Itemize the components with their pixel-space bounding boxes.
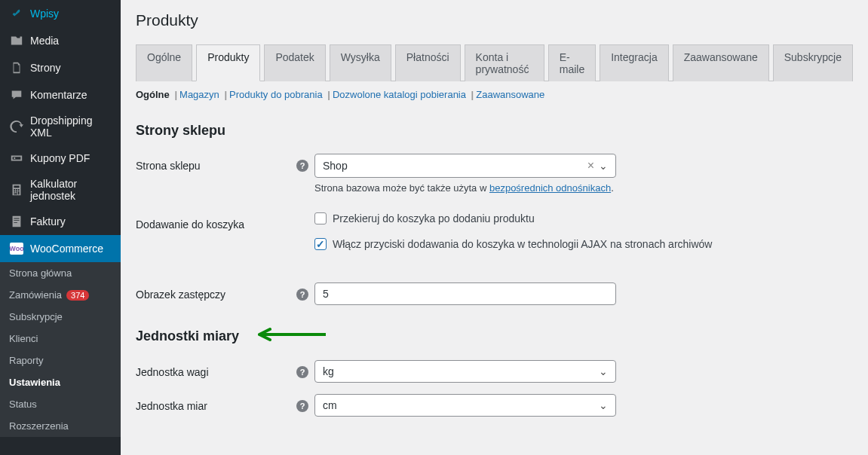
invoice-icon: [9, 214, 24, 229]
badge-count: 374: [66, 290, 89, 301]
sidebar-label: Strony: [30, 62, 60, 74]
checkbox-ajax-cart[interactable]: [314, 238, 327, 250]
tab-integration[interactable]: Integracja: [600, 44, 668, 81]
label-dimension-unit: Jednostka miar: [136, 400, 207, 412]
shop-page-value: Shop: [323, 160, 348, 172]
comment-icon: [9, 87, 24, 102]
shop-page-select[interactable]: Shop × ⌄: [314, 154, 616, 178]
sidebar-item-dropshipping[interactable]: Dropshipping XML: [0, 108, 121, 145]
woo-icon: Woo: [9, 241, 24, 256]
main-content: Produkty Ogólne Produkty Podatek Wysyłka…: [121, 0, 868, 455]
tab-emails[interactable]: E-maile: [548, 44, 596, 81]
calculator-icon: [9, 182, 24, 197]
subtab-download-dirs[interactable]: Dozwolone katalogi pobierania: [333, 89, 466, 100]
tab-advanced[interactable]: Zaawansowane: [673, 44, 769, 81]
submenu-item-status[interactable]: Status: [0, 393, 121, 415]
tab-general[interactable]: Ogólne: [136, 44, 192, 81]
tab-subscriptions[interactable]: Subskrypcje: [773, 44, 853, 81]
coupon-icon: [9, 151, 24, 166]
sidebar-label: Media: [30, 35, 59, 47]
submenu-item-home[interactable]: Strona główna: [0, 262, 121, 284]
submenu-item-settings[interactable]: Ustawienia: [0, 371, 121, 393]
permalinks-link[interactable]: bezpośrednich odnośnikach: [489, 182, 611, 194]
checkbox-label: Przekieruj do koszyka po dodaniu produkt…: [333, 212, 535, 224]
page-header: Produkty: [121, 0, 868, 44]
tab-tax[interactable]: Podatek: [264, 44, 325, 81]
sidebar-label: Kalkulator jednostek: [30, 178, 112, 202]
sidebar-item-coupons[interactable]: Kupony PDF: [0, 145, 121, 172]
label-add-to-cart: Dodawanie do koszyka: [136, 218, 244, 231]
clear-icon[interactable]: ×: [587, 159, 594, 173]
media-icon: [9, 33, 24, 48]
sidebar-label: Dropshipping XML: [30, 115, 112, 139]
subtab-downloadable[interactable]: Produkty do pobrania: [229, 89, 323, 100]
help-icon[interactable]: [296, 400, 308, 412]
chevron-down-icon: ⌄: [599, 160, 608, 172]
chevron-down-icon: ⌄: [599, 365, 608, 377]
submenu-item-reports[interactable]: Raporty: [0, 350, 121, 371]
pin-icon: [9, 6, 24, 21]
shop-page-desc: Strona bazowa może być także użyta w bez…: [314, 182, 616, 194]
tab-products[interactable]: Produkty: [196, 44, 260, 81]
help-icon[interactable]: [296, 366, 308, 378]
sidebar-item-woocommerce[interactable]: Woo WooCommerce: [0, 235, 121, 262]
sidebar-label: Wpisy: [30, 8, 59, 20]
sidebar-label: WooCommerce: [30, 243, 103, 255]
sidebar-submenu: Strona główna Zamówienia374 Subskrypcje …: [0, 262, 121, 437]
help-icon[interactable]: [296, 289, 308, 301]
label-weight-unit: Jednostka wagi: [136, 366, 209, 378]
label-placeholder-image: Obrazek zastępczy: [136, 289, 225, 301]
tab-payments[interactable]: Płatności: [395, 44, 461, 81]
section-heading-shop-pages: Strony sklepu: [136, 123, 853, 139]
label-shop-page: Strona sklepu: [136, 160, 201, 172]
dimension-unit-value: cm: [323, 399, 337, 411]
admin-sidebar: Wpisy Media Strony Komentarze Dropshippi…: [0, 0, 121, 455]
checkbox-label: Włącz przyciski dodawania do koszyka w t…: [333, 238, 712, 250]
sidebar-item-posts[interactable]: Wpisy: [0, 0, 121, 27]
tab-shipping[interactable]: Wysyłka: [330, 44, 391, 81]
submenu-item-customers[interactable]: Klienci: [0, 328, 121, 350]
checkbox-redirect-cart[interactable]: [314, 212, 327, 224]
sidebar-item-pages[interactable]: Strony: [0, 54, 121, 81]
sidebar-label: Komentarze: [30, 89, 87, 101]
subtab-stock[interactable]: Magazyn: [179, 89, 219, 100]
tab-accounts[interactable]: Konta i prywatność: [465, 44, 544, 81]
section-heading-units: Jednostki miary: [136, 328, 239, 344]
page-title: Produkty: [136, 11, 853, 29]
subtab-advanced[interactable]: Zaawansowane: [476, 89, 544, 100]
weight-unit-value: kg: [323, 365, 334, 377]
placeholder-image-input[interactable]: [314, 282, 616, 305]
sidebar-item-calculator[interactable]: Kalkulator jednostek: [0, 172, 121, 208]
subtabs: Ogólne |Magazyn |Produkty do pobrania |D…: [136, 81, 853, 108]
chevron-down-icon: ⌄: [599, 399, 608, 411]
submenu-item-subscriptions[interactable]: Subskrypcje: [0, 306, 121, 328]
weight-unit-select[interactable]: kg ⌄: [314, 360, 616, 383]
page-icon: [9, 60, 24, 75]
sidebar-item-comments[interactable]: Komentarze: [0, 81, 121, 108]
submenu-item-extensions[interactable]: Rozszerzenia: [0, 415, 121, 437]
subtab-active: Ogólne: [136, 89, 170, 100]
submenu-item-orders[interactable]: Zamówienia374: [0, 284, 121, 306]
sidebar-item-invoices[interactable]: Faktury: [0, 208, 121, 235]
sync-icon: [9, 119, 24, 134]
sidebar-label: Faktury: [30, 215, 66, 228]
dimension-unit-select[interactable]: cm ⌄: [314, 394, 616, 417]
arrow-annotation-icon: [250, 328, 326, 345]
sidebar-label: Kupony PDF: [30, 152, 90, 164]
settings-tabs: Ogólne Produkty Podatek Wysyłka Płatnośc…: [136, 44, 853, 81]
help-icon[interactable]: [296, 160, 308, 172]
sidebar-item-media[interactable]: Media: [0, 27, 121, 54]
